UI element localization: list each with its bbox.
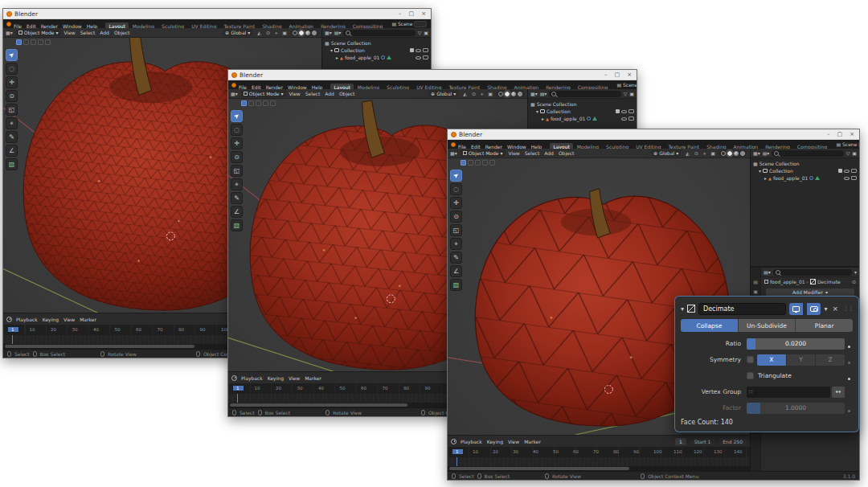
display-viewport-toggle[interactable] bbox=[789, 303, 803, 315]
expand-icon[interactable]: ▾ bbox=[536, 108, 538, 114]
clock-icon[interactable] bbox=[451, 439, 457, 444]
modifier-wrench-icon[interactable] bbox=[381, 55, 385, 59]
collection-toggle-3[interactable] bbox=[256, 100, 261, 106]
scrollbar-thumb[interactable] bbox=[230, 403, 407, 407]
tab-tool-icon[interactable]: ▤ bbox=[753, 279, 758, 284]
collection-toggle-2[interactable] bbox=[23, 39, 29, 45]
solid-shading-icon[interactable] bbox=[299, 31, 304, 35]
orientation-selector[interactable]: ⊕ Global ▾ bbox=[428, 90, 458, 97]
expand-icon[interactable]: ▸ bbox=[764, 175, 767, 181]
expand-icon[interactable]: ▸ bbox=[542, 116, 544, 121]
workspace-tab-modeling[interactable]: Modeling bbox=[354, 84, 383, 89]
collection-toggle-1[interactable] bbox=[461, 160, 466, 166]
eye-icon[interactable] bbox=[621, 117, 627, 121]
move-tool[interactable]: ✛ bbox=[6, 76, 18, 88]
cursor-tool[interactable]: ◌ bbox=[450, 183, 462, 195]
timeline-menu-keying[interactable]: Keying bbox=[43, 317, 59, 322]
modifier-name-field[interactable]: Decimate bbox=[698, 303, 786, 315]
eye-icon[interactable] bbox=[621, 110, 627, 113]
cursor-tool[interactable]: ◌ bbox=[231, 124, 243, 136]
expand-icon[interactable]: ▾ bbox=[759, 168, 761, 174]
workspace-tab-uv-editing[interactable]: UV Editing bbox=[413, 84, 444, 89]
playhead[interactable] bbox=[12, 335, 13, 344]
vertex-group-field[interactable]: ∷ bbox=[747, 387, 830, 398]
rotate-tool[interactable]: ⊙ bbox=[6, 90, 18, 102]
snap-icon[interactable]: ◭ bbox=[686, 150, 690, 156]
titlebar[interactable]: Blender – ▢ × bbox=[448, 129, 859, 140]
timeline-menu-keying[interactable]: Keying bbox=[487, 439, 503, 444]
playhead[interactable] bbox=[237, 394, 238, 403]
workspace-tab-sculpting[interactable]: Sculpting bbox=[158, 23, 187, 28]
timeline-menu-view[interactable]: View bbox=[63, 317, 75, 322]
checkbox-icon[interactable] bbox=[838, 169, 842, 173]
extras-dropdown-icon[interactable]: ▾ bbox=[824, 305, 827, 313]
collection-toggle-2[interactable] bbox=[248, 100, 254, 106]
workspace-tab-rendering[interactable]: Rendering bbox=[542, 84, 574, 89]
outliner-row-object[interactable]: ▸ ▲ food_apple_01 bbox=[322, 54, 431, 61]
minimize-button[interactable]: – bbox=[604, 71, 608, 79]
frame-end-field[interactable]: End 250 bbox=[719, 438, 747, 445]
close-button[interactable]: × bbox=[627, 71, 632, 79]
camera-icon[interactable] bbox=[851, 169, 857, 173]
triangulate-checkbox[interactable] bbox=[747, 372, 754, 379]
orientation-selector[interactable]: ⊕ Global ▾ bbox=[651, 149, 681, 157]
symmetry-checkbox[interactable] bbox=[747, 356, 754, 363]
shading-modes[interactable] bbox=[290, 29, 319, 36]
outliner-editor-icon[interactable]: ▦▾ bbox=[753, 150, 760, 156]
workspace-tab-modeling[interactable]: Modeling bbox=[129, 23, 158, 28]
overlays-icon[interactable]: ▣ bbox=[488, 91, 493, 96]
viewport-menu-object[interactable]: Object bbox=[339, 91, 355, 96]
outliner-search-input[interactable] bbox=[772, 150, 843, 157]
collection-toggle-4[interactable] bbox=[38, 39, 43, 45]
scene-selector[interactable]: ▤ Scene bbox=[836, 141, 859, 148]
timeline-menu-playback[interactable]: Playback bbox=[241, 375, 263, 381]
close-button[interactable]: × bbox=[421, 10, 426, 18]
collection-visibility-toggles[interactable] bbox=[241, 100, 276, 106]
move-tool[interactable]: ✛ bbox=[231, 137, 243, 149]
collection-toggle-3[interactable] bbox=[31, 39, 36, 45]
workspace-tab-modeling[interactable]: Modeling bbox=[574, 143, 602, 149]
viewport-menu-view[interactable]: View bbox=[289, 91, 301, 96]
workspace-tab-compositing[interactable]: Compositing bbox=[575, 84, 612, 89]
maximize-button[interactable]: ▢ bbox=[837, 130, 843, 138]
timeline-menu-playback[interactable]: Playback bbox=[461, 439, 482, 444]
annotate-tool[interactable]: ✎ bbox=[231, 192, 243, 204]
gizmo-icon[interactable]: ⌖ bbox=[275, 30, 277, 36]
annotate-tool[interactable]: ✎ bbox=[450, 252, 462, 264]
rotate-tool[interactable]: ⊙ bbox=[231, 151, 243, 163]
animate-dot-icon[interactable] bbox=[845, 400, 853, 415]
workspace-tab-sculpting[interactable]: Sculpting bbox=[603, 143, 632, 149]
display-mode-icon[interactable]: ▤▾ bbox=[334, 30, 342, 35]
rotate-tool[interactable]: ⊙ bbox=[450, 211, 462, 223]
rendered-shading-icon[interactable] bbox=[518, 92, 522, 96]
minimize-button[interactable]: – bbox=[827, 130, 830, 138]
workspace-tab-sculpting[interactable]: Sculpting bbox=[383, 84, 412, 89]
workspace-tab-shading[interactable]: Shading bbox=[703, 143, 729, 149]
filter-icon[interactable]: ▽ bbox=[846, 150, 850, 156]
timeline-menu-marker[interactable]: Marker bbox=[524, 439, 541, 444]
workspace-tab-uv-editing[interactable]: UV Editing bbox=[633, 143, 664, 149]
measure-tool[interactable]: ∠ bbox=[231, 206, 243, 218]
mode-selector[interactable]: Object Mode ▾ bbox=[461, 149, 506, 157]
eye-icon[interactable] bbox=[844, 177, 850, 180]
outliner-row-collection[interactable]: ▾ Collection bbox=[322, 47, 431, 54]
expand-icon[interactable]: ▸ bbox=[336, 55, 338, 60]
scene-field[interactable] bbox=[414, 21, 427, 27]
rendered-shading-icon[interactable] bbox=[312, 31, 317, 35]
viewport-menu-object[interactable]: Object bbox=[559, 150, 575, 156]
animate-dot-icon[interactable] bbox=[845, 352, 853, 367]
timeline-menu-marker[interactable]: Marker bbox=[305, 375, 321, 381]
breadcrumb-modifier[interactable]: Decimate bbox=[817, 279, 841, 284]
viewport-menu-select[interactable]: Select bbox=[80, 30, 96, 35]
mesh-data-icon[interactable] bbox=[592, 117, 597, 121]
mesh-data-icon[interactable] bbox=[815, 176, 820, 180]
gizmo-icon[interactable]: ⌖ bbox=[703, 150, 706, 157]
scene-selector[interactable]: ▤ Scene bbox=[616, 82, 637, 88]
breadcrumb-object[interactable]: food_apple_01 bbox=[770, 279, 805, 284]
camera-icon[interactable] bbox=[423, 48, 428, 52]
overlays-icon[interactable]: ▣ bbox=[710, 150, 715, 156]
eye-icon[interactable] bbox=[416, 49, 421, 52]
outliner-search-input[interactable] bbox=[549, 91, 620, 97]
viewport-menu-select[interactable]: Select bbox=[525, 150, 540, 156]
scale-tool[interactable]: ◱ bbox=[6, 104, 18, 116]
